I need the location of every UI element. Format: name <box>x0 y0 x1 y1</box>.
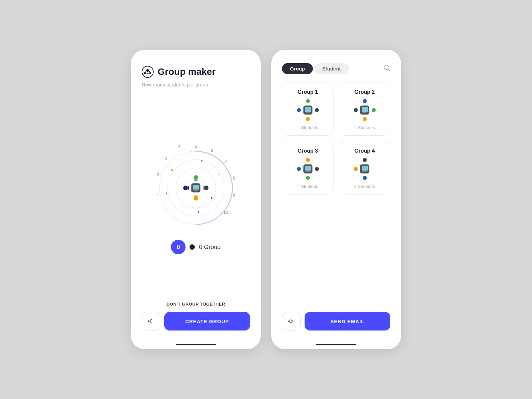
group-icon <box>181 173 211 203</box>
back-button[interactable] <box>142 312 160 331</box>
svg-point-31 <box>306 99 310 103</box>
svg-text:4: 4 <box>178 144 180 149</box>
group-1-icon <box>296 98 320 122</box>
svg-point-46 <box>306 176 310 180</box>
svg-point-32 <box>306 117 310 121</box>
svg-rect-30 <box>306 112 310 113</box>
group-card-1[interactable]: Group 1 4 Students <box>282 82 333 136</box>
back-icon <box>147 318 155 325</box>
send-email-button[interactable]: SEND EMAIL <box>305 312 390 331</box>
confetti-3 <box>166 193 167 194</box>
svg-line-27 <box>388 69 390 71</box>
svg-point-54 <box>354 167 358 171</box>
svg-point-33 <box>297 108 301 112</box>
home-indicator <box>176 344 216 345</box>
group-1-subtitle: 4 Students <box>297 125 318 130</box>
group-2-subtitle: 4 Students <box>354 125 375 130</box>
dial-container: 5 6 7 8 9 10 4 3 2 1 <box>142 105 250 291</box>
right-phone: Group Student Group 1 <box>271 50 401 349</box>
group-3-icon <box>296 157 320 181</box>
svg-rect-44 <box>306 171 310 172</box>
app-header: Group maker How many students per group <box>142 66 250 95</box>
groups-grid: Group 1 4 Students Group 2 <box>282 82 390 195</box>
group-3-title: Group 3 <box>298 148 318 154</box>
svg-point-24 <box>183 186 188 190</box>
svg-point-53 <box>363 176 367 180</box>
svg-rect-50 <box>362 166 368 171</box>
tab-bar: Group Student <box>282 63 390 74</box>
svg-text:9: 9 <box>233 193 235 198</box>
svg-rect-29 <box>305 107 311 112</box>
right-back-button[interactable] <box>282 312 301 331</box>
svg-rect-36 <box>362 107 368 112</box>
svg-point-41 <box>372 108 376 112</box>
svg-point-52 <box>363 158 367 162</box>
svg-text:6: 6 <box>210 148 213 153</box>
dial-dot <box>190 244 195 250</box>
svg-text:7: 7 <box>224 159 227 164</box>
group-3-subtitle: 4 Students <box>297 184 318 189</box>
svg-text:5: 5 <box>195 144 197 149</box>
svg-point-25 <box>204 186 208 190</box>
svg-point-38 <box>363 99 367 103</box>
dial-knob[interactable]: 0 <box>171 240 186 254</box>
svg-point-34 <box>315 108 319 112</box>
svg-point-48 <box>315 167 319 171</box>
group-4-icon <box>353 157 376 181</box>
group-4-title: Group 4 <box>354 148 375 154</box>
svg-rect-43 <box>305 166 311 171</box>
app-subtitle: How many students per group <box>142 82 250 87</box>
svg-point-39 <box>363 117 367 121</box>
group-card-2[interactable]: Group 2 4 Students <box>339 82 390 136</box>
right-home-indicator <box>316 344 356 345</box>
group-2-title: Group 2 <box>354 89 375 95</box>
svg-point-47 <box>297 167 301 171</box>
svg-text:3: 3 <box>165 156 167 161</box>
svg-point-40 <box>354 108 358 112</box>
svg-point-1 <box>146 69 149 72</box>
left-phone: Group maker How many students per group <box>131 50 261 349</box>
app-title: Group maker <box>142 66 250 78</box>
tab-group[interactable]: Group <box>282 63 313 74</box>
group-1-title: Group 1 <box>298 89 318 95</box>
svg-text:10: 10 <box>223 210 228 215</box>
svg-rect-21 <box>194 190 198 191</box>
svg-rect-20 <box>193 185 199 190</box>
group-2-icon <box>353 98 376 122</box>
svg-point-45 <box>306 158 310 162</box>
svg-text:2: 2 <box>157 172 159 177</box>
tab-student[interactable]: Student <box>314 63 349 74</box>
svg-rect-37 <box>363 112 366 113</box>
group-card-4[interactable]: Group 4 3 Students <box>339 141 390 195</box>
confetti-2 <box>201 160 202 162</box>
svg-point-22 <box>194 175 198 180</box>
svg-text:8: 8 <box>233 176 235 181</box>
dial-bottom: 0 0 Group <box>171 240 220 254</box>
svg-point-23 <box>194 196 198 200</box>
confetti-5 <box>218 174 219 175</box>
group-4-subtitle: 3 Students <box>354 184 375 189</box>
svg-rect-51 <box>363 171 366 172</box>
right-back-icon <box>288 318 295 325</box>
confetti-6 <box>198 211 199 213</box>
dial-group-label: 0 Group <box>199 244 220 251</box>
app-icon <box>142 66 154 78</box>
right-bottom-actions: SEND EMAIL <box>282 312 390 331</box>
left-bottom-actions: CREATE GROUP <box>142 312 250 331</box>
dont-group-label: DON'T GROUP TOGETHER <box>142 302 250 307</box>
confetti-1 <box>171 169 173 171</box>
group-card-3[interactable]: Group 3 4 Students <box>282 141 333 195</box>
create-group-button[interactable]: CREATE GROUP <box>164 312 250 331</box>
search-icon[interactable] <box>383 64 390 73</box>
svg-text:1: 1 <box>157 193 159 198</box>
